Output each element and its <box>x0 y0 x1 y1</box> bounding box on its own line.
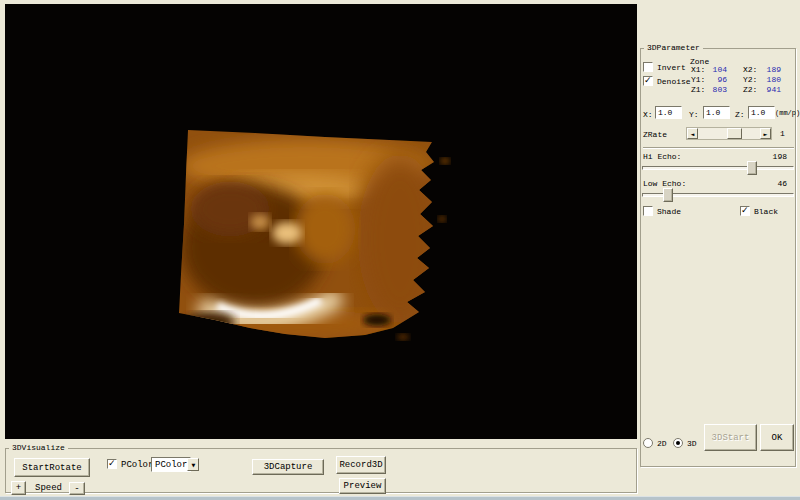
zrate-scrollbar-thumb[interactable] <box>727 128 742 139</box>
speed-minus-button[interactable]: - <box>69 482 85 495</box>
ok-button[interactable]: OK <box>760 424 794 451</box>
capture-button[interactable]: 3DCapture <box>252 459 324 475</box>
zrate-scrollbar[interactable]: ◄ ► <box>686 127 772 140</box>
low-echo-label: Low Echo: <box>643 179 686 188</box>
record-button[interactable]: Record3D <box>336 456 386 474</box>
mode-2d-radio[interactable]: 2D <box>643 438 667 448</box>
invert-checkbox-label: Invert <box>657 63 686 72</box>
scale-unit-label: (mm/p) <box>775 109 800 117</box>
zone-key: Z1: <box>691 85 705 94</box>
start3d-button[interactable]: 3DStart <box>704 424 757 451</box>
scroll-right-icon[interactable]: ► <box>760 128 771 139</box>
zone-value: 180 <box>765 75 781 84</box>
denoise-checkbox-box[interactable]: ✓ <box>643 76 653 86</box>
scale-z-input[interactable] <box>748 106 775 119</box>
app-window: 3DParameter Invert ✓ Denoise Zone X1: 10… <box>0 0 800 500</box>
scale-x-label: X: <box>643 110 653 119</box>
zone-key: X2: <box>743 65 757 74</box>
hi-echo-slider-track[interactable] <box>642 166 794 170</box>
shade-checkbox[interactable]: Shade <box>643 206 681 216</box>
mode-3d-radio[interactable]: 3D <box>673 438 697 448</box>
zrate-value: 1 <box>780 129 785 138</box>
mode-3d-radio-label: 3D <box>687 439 697 448</box>
pcolor-checkbox[interactable]: ✓ PColor <box>107 459 153 470</box>
mode-2d-radio-circle[interactable] <box>643 438 653 448</box>
zone-value: 189 <box>765 65 781 74</box>
start-rotate-button[interactable]: StartRotate <box>14 458 90 477</box>
zone-key: Z2: <box>743 85 757 94</box>
speed-label: Speed <box>35 483 62 493</box>
mode-3d-radio-circle[interactable] <box>673 438 683 448</box>
scale-z-label: Z: <box>735 110 745 119</box>
scale-y-label: Y: <box>689 110 699 119</box>
zrate-scrollbar-track[interactable] <box>698 128 760 139</box>
zone-value: 96 <box>711 75 727 84</box>
black-checkbox[interactable]: ✓ Black <box>740 206 778 216</box>
black-checkbox-box[interactable]: ✓ <box>740 206 750 216</box>
invert-checkbox[interactable]: Invert <box>643 62 686 72</box>
ultrasound-volume <box>5 4 637 439</box>
separator <box>643 147 794 149</box>
preview-button[interactable]: Preview <box>339 478 386 494</box>
zone-value: 941 <box>765 85 781 94</box>
speed-plus-button[interactable]: + <box>11 481 26 495</box>
shade-checkbox-label: Shade <box>657 207 681 216</box>
denoise-checkbox-label: Denoise <box>657 77 691 86</box>
visualize-group-title: 3DVisualize <box>9 443 68 452</box>
zrate-label: ZRate <box>643 130 667 139</box>
invert-checkbox-box[interactable] <box>643 62 653 72</box>
low-echo-value: 46 <box>765 179 787 188</box>
zone-key: Y1: <box>691 75 705 84</box>
dropdown-arrow-icon[interactable]: ▼ <box>187 458 199 471</box>
pcolor-dropdown[interactable]: PColor ▼ <box>151 457 191 472</box>
low-echo-slider-thumb[interactable] <box>663 188 673 202</box>
scale-x-input[interactable] <box>655 106 682 119</box>
black-checkbox-label: Black <box>754 207 778 216</box>
scroll-left-icon[interactable]: ◄ <box>687 128 698 139</box>
param-groupbox: 3DParameter Invert ✓ Denoise Zone X1: 10… <box>640 48 796 467</box>
hi-echo-slider-thumb[interactable] <box>747 161 757 175</box>
param-group-title: 3DParameter <box>644 43 703 52</box>
pcolor-dropdown-value: PColor <box>152 460 187 470</box>
hi-echo-value: 198 <box>765 152 787 161</box>
zone-key: Y2: <box>743 75 757 84</box>
shade-checkbox-box[interactable] <box>643 206 653 216</box>
window-bottom-edge <box>0 496 800 500</box>
zone-value: 104 <box>711 65 727 74</box>
zone-value: 803 <box>711 85 727 94</box>
pcolor-checkbox-box[interactable]: ✓ <box>107 459 117 469</box>
zone-key: X1: <box>691 65 705 74</box>
denoise-checkbox[interactable]: ✓ Denoise <box>643 76 691 86</box>
scale-y-input[interactable] <box>703 106 730 119</box>
checkmark-icon: ✓ <box>644 75 652 85</box>
mode-2d-radio-label: 2D <box>657 439 667 448</box>
hi-echo-label: Hi Echo: <box>643 152 681 161</box>
checkmark-icon: ✓ <box>741 205 749 215</box>
visualize-groupbox: 3DVisualize StartRotate + Speed - ✓ PCol… <box>5 448 637 493</box>
checkmark-icon: ✓ <box>108 458 116 468</box>
pcolor-checkbox-label: PColor <box>121 460 153 470</box>
render-viewport[interactable] <box>5 4 637 439</box>
